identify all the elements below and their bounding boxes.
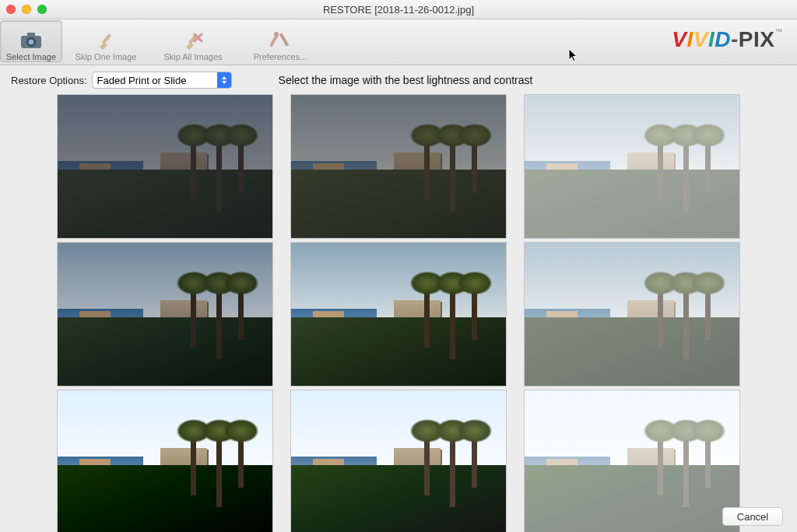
tools-icon (269, 30, 291, 51)
thumbnail-option[interactable] (58, 243, 272, 386)
thumbnail-option[interactable] (525, 390, 739, 532)
toolbar-label: Skip One Image (75, 52, 137, 61)
toolbar: Select Image Skip One Image Skip All Ima… (0, 19, 797, 65)
restore-options-label: Restore Options: (11, 75, 87, 86)
thumbnail-option[interactable] (291, 95, 506, 238)
camera-icon (20, 30, 42, 51)
cancel-button[interactable]: Cancel (722, 507, 783, 526)
restore-options-select[interactable]: Faded Print or Slide (92, 72, 232, 89)
thumbnail-option[interactable] (58, 95, 272, 238)
thumbnail-grid (0, 95, 797, 532)
toolbar-label: Select Image (6, 52, 56, 61)
close-window-button[interactable] (6, 5, 16, 14)
brush-icon (95, 30, 117, 51)
instruction-text: Select the image with the best lightness… (279, 74, 533, 86)
svg-rect-7 (279, 33, 289, 47)
preferences-button[interactable]: Preferences... (237, 20, 324, 62)
thumbnail-option[interactable] (525, 95, 739, 238)
toolbar-label: Preferences... (254, 52, 307, 61)
thumbnail-option[interactable] (291, 243, 506, 386)
svg-rect-4 (102, 33, 111, 44)
skip-all-images-button[interactable]: Skip All Images (149, 20, 237, 62)
window-title: RESTORE [2018-11-26-0012.jpg] (0, 4, 797, 16)
minimize-window-button[interactable] (22, 5, 31, 14)
zoom-window-button[interactable] (37, 5, 47, 14)
window-controls (6, 5, 47, 14)
skip-one-image-button[interactable]: Skip One Image (62, 20, 149, 62)
brush-x-icon (182, 30, 204, 51)
svg-point-3 (29, 40, 34, 45)
toolbar-label: Skip All Images (163, 52, 222, 61)
thumbnail-option[interactable] (58, 390, 272, 532)
options-row: Restore Options: Faded Print or Slide Se… (0, 65, 797, 92)
svg-rect-1 (27, 33, 35, 37)
select-image-button[interactable]: Select Image (0, 20, 62, 62)
restore-options-select-wrap: Faded Print or Slide (92, 72, 232, 89)
titlebar: RESTORE [2018-11-26-0012.jpg] (0, 0, 797, 19)
thumbnail-option[interactable] (291, 390, 506, 532)
svg-point-8 (274, 32, 279, 37)
thumbnail-option[interactable] (525, 243, 739, 386)
vivid-pix-logo: VIVID-PIX™ (672, 27, 783, 52)
